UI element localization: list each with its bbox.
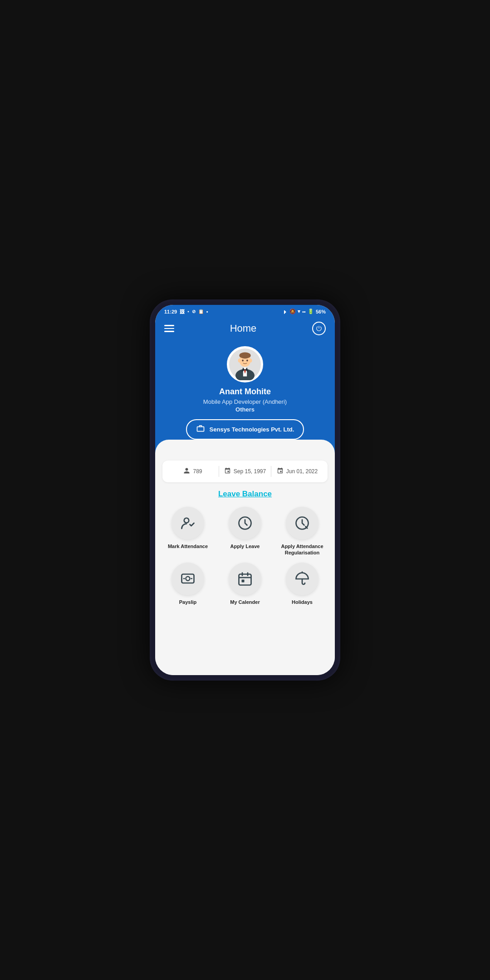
my-calender-label: My Calender — [230, 599, 260, 605]
profile-role: Mobile App Developer (Andheri) — [203, 398, 287, 405]
svg-point-7 — [239, 352, 250, 358]
payslip-label: Payslip — [179, 599, 197, 605]
company-badge: Sensys Technologies Pvt. Ltd. — [186, 419, 304, 440]
apply-attendance-regularisation-circle — [286, 507, 318, 539]
profile-section: Anant Mohite Mobile App Developer (Andhe… — [155, 342, 335, 453]
apply-attendance-regularisation-item[interactable]: Apply Attendance Regularisation — [277, 507, 328, 556]
dob-icon — [224, 467, 231, 475]
apply-attendance-regularisation-label: Apply Attendance Regularisation — [277, 543, 328, 556]
svg-point-9 — [246, 360, 248, 362]
hamburger-menu-button[interactable] — [164, 325, 174, 332]
join-date: Jun 01, 2022 — [286, 468, 318, 475]
menu-grid: Mark Attendance Apply Leave — [162, 507, 328, 605]
holidays-item[interactable]: Holidays — [277, 563, 328, 605]
power-button[interactable] — [312, 322, 326, 335]
apply-leave-item[interactable]: Apply Leave — [220, 507, 270, 556]
apply-leave-circle — [229, 507, 261, 539]
bluetooth-icon: ⏵ — [283, 309, 288, 314]
svg-rect-17 — [239, 574, 251, 585]
svg-point-10 — [238, 358, 241, 362]
svg-rect-18 — [242, 579, 245, 582]
employee-id-icon — [183, 467, 190, 475]
dot-icon: • — [206, 309, 208, 314]
svg-point-16 — [186, 576, 190, 580]
apply-leave-label: Apply Leave — [230, 543, 260, 549]
phone-screen: 11:29 🖼 ▪ ⊘ 📋 • ⏵ 🔕 ▾ ▪▪ 🔋 56% Home — [155, 305, 335, 675]
profile-name: Anant Mohite — [219, 387, 271, 397]
status-bar: 11:29 🖼 ▪ ⊘ 📋 • ⏵ 🔕 ▾ ▪▪ 🔋 56% — [155, 305, 335, 317]
phone-frame: 11:29 🖼 ▪ ⊘ 📋 • ⏵ 🔕 ▾ ▪▪ 🔋 56% Home — [150, 299, 340, 681]
at-icon: ⊘ — [192, 309, 196, 314]
battery-icon: 🔋 — [308, 309, 314, 314]
content-area: 789 Sep 15, 1997 — [155, 453, 335, 675]
svg-point-11 — [250, 358, 252, 362]
app-title: Home — [230, 323, 257, 334]
mark-attendance-circle — [172, 507, 204, 539]
leave-balance-link[interactable]: Leave Balance — [162, 490, 328, 499]
employee-id: 789 — [193, 468, 202, 475]
join-date-item: Jun 01, 2022 — [271, 467, 323, 475]
clip-icon: 📋 — [198, 309, 204, 314]
svg-point-12 — [184, 518, 189, 523]
svg-point-8 — [242, 360, 244, 362]
company-name: Sensys Technologies Pvt. Ltd. — [210, 426, 294, 433]
photo-icon: 🖼 — [180, 309, 185, 314]
avatar — [227, 346, 263, 382]
payslip-item[interactable]: Payslip — [162, 563, 213, 605]
my-calender-item[interactable]: My Calender — [220, 563, 270, 605]
holidays-label: Holidays — [292, 599, 313, 605]
bell-icon: 🔕 — [289, 309, 296, 314]
mark-attendance-item[interactable]: Mark Attendance — [162, 507, 213, 556]
payslip-circle — [172, 563, 204, 595]
briefcase-icon — [196, 424, 205, 435]
dob: Sep 15, 1997 — [234, 468, 266, 475]
my-calender-circle — [229, 563, 261, 595]
holidays-circle — [286, 563, 318, 595]
info-row: 789 Sep 15, 1997 — [162, 461, 328, 482]
battery-percent: 56% — [316, 309, 326, 314]
status-right: ⏵ 🔕 ▾ ▪▪ 🔋 56% — [283, 309, 326, 314]
wifi-icon: ▾ — [298, 309, 300, 314]
square-icon: ▪ — [187, 309, 189, 314]
time-display: 11:29 — [164, 309, 177, 314]
signal-icon: ▪▪ — [302, 309, 306, 314]
app-bar: Home — [155, 317, 335, 342]
status-left: 11:29 🖼 ▪ ⊘ 📋 • — [164, 309, 208, 314]
join-date-icon — [277, 467, 284, 475]
employee-id-item: 789 — [167, 467, 219, 475]
profile-department: Others — [235, 406, 255, 413]
mark-attendance-label: Mark Attendance — [168, 543, 208, 549]
dob-item: Sep 15, 1997 — [219, 467, 271, 475]
